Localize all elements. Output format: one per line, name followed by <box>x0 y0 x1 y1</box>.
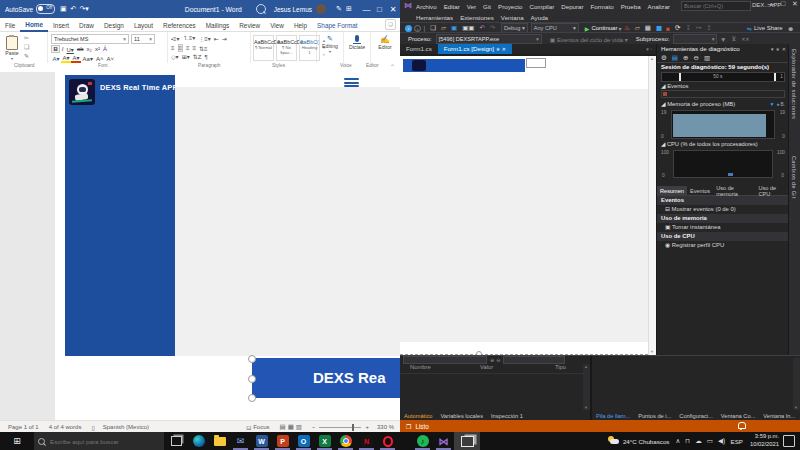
taskbar-app-powerpoint[interactable]: P <box>272 432 293 450</box>
style-normal[interactable]: AaBbCcDc ¶ Normal <box>253 35 274 61</box>
events-section-header[interactable]: ◢ Eventos <box>661 83 688 89</box>
taskbar-app-explorer[interactable] <box>209 432 230 450</box>
solution-explorer-tab[interactable]: Explorador de soluciones <box>791 49 797 119</box>
taskbar-app-spotify[interactable]: ♪ <box>412 432 433 450</box>
process-dropdown[interactable]: [5496] DEXSRTAPP.exe ▾ <box>436 34 542 44</box>
folder-icon[interactable]: ▱ <box>635 24 640 32</box>
taskbar-search-input[interactable] <box>48 437 162 446</box>
form-background[interactable] <box>400 89 648 342</box>
menu-compilar[interactable]: Compilar <box>529 3 554 10</box>
volume-icon[interactable]: ◀) <box>718 437 725 445</box>
weather-text[interactable]: 24°C Chubascos <box>623 438 670 445</box>
report-icon[interactable]: ▥ <box>704 54 710 62</box>
tab-form1-design[interactable]: Form1.cs [Design] ∗ ✕ <box>438 44 512 54</box>
notification-bell-icon[interactable] <box>737 422 745 430</box>
scroll-up-icon[interactable]: ▲ <box>650 56 654 61</box>
save-icon[interactable]: ▣ <box>451 24 457 32</box>
undo-icon[interactable]: ↶ <box>479 24 484 32</box>
tab-draw[interactable]: Draw <box>74 19 99 31</box>
close-tab-icon[interactable]: ✕ <box>502 46 506 52</box>
git-changes-tab[interactable]: Cambios de Git <box>791 156 797 199</box>
save-all-icon[interactable]: ▣▣ <box>462 24 474 32</box>
minimize-button[interactable]: — <box>360 5 373 14</box>
grow-font-button[interactable]: A˄ <box>94 56 105 62</box>
menu-analizar[interactable]: Analizar <box>648 3 670 10</box>
ink-icon[interactable]: ✎ <box>334 5 344 13</box>
page-indicator[interactable]: Page 1 of 1 <box>8 424 39 430</box>
menu-prueba[interactable]: Prueba <box>621 3 641 10</box>
multilevel-list-icon[interactable]: ⋮≡▾ <box>198 35 211 42</box>
shrink-font-button[interactable]: A˅ <box>105 56 116 62</box>
column-nombre[interactable]: Nombre <box>410 364 431 370</box>
zoom-out-icon[interactable]: ⊖ <box>693 54 698 62</box>
phonetic-button[interactable]: A̓ <box>101 46 108 52</box>
taskbar-app-mail[interactable]: ✉ <box>230 432 251 450</box>
autos-search-box[interactable] <box>403 356 487 364</box>
numbering-icon[interactable]: ⒈≡▾ <box>183 34 196 43</box>
record-cpu-link[interactable]: ◉ Registrar perfil CPU <box>657 241 789 250</box>
style-no-spacing[interactable]: AaBbCcDc ¶ No Spac... <box>276 35 297 61</box>
collapse-ribbon-icon[interactable]: ⌃ <box>390 63 395 70</box>
taskbar-app-word[interactable]: W <box>251 432 272 450</box>
tab-puntos-interrupcion[interactable]: Puntos de i... <box>634 411 675 421</box>
undo-icon[interactable]: ↶ <box>68 5 78 13</box>
share-icon[interactable]: ❏ <box>385 19 396 30</box>
show-events-link[interactable]: ⊟ Mostrar eventos (0 de 0) <box>657 205 789 214</box>
form-header-panel[interactable] <box>403 59 525 72</box>
redo-icon[interactable]: ↷▾ <box>78 5 90 13</box>
onedrive-cloud-icon[interactable]: ☁ <box>695 437 702 445</box>
designer-scrollbar[interactable]: ▲ ▼ <box>648 56 656 355</box>
strikethrough-button[interactable]: ab <box>75 46 85 52</box>
text-effects-button[interactable]: A▾ <box>51 55 61 62</box>
tab-insert[interactable]: Insert <box>48 19 74 31</box>
sort-icon[interactable]: ⇅Z <box>193 53 202 60</box>
format-painter-icon[interactable]: ✎ <box>24 52 42 61</box>
cut-icon[interactable]: ✂ <box>24 34 42 43</box>
tab-resumen[interactable]: Resumen <box>657 186 687 196</box>
highlight-button[interactable]: A▾ <box>61 54 71 63</box>
save-icon[interactable]: ▣ <box>58 5 68 13</box>
font-name-combo[interactable]: Trebuchet MS ▾ <box>51 34 129 44</box>
taskbar-app-opera[interactable] <box>377 432 398 450</box>
open-folder-icon[interactable]: ▱ <box>441 24 446 32</box>
close-button[interactable]: ✕ <box>386 5 400 14</box>
zoom-level[interactable]: 330 % <box>377 424 394 430</box>
take-snapshot-link[interactable]: ▣ Tomar instantánea <box>657 223 789 232</box>
memory-section-header[interactable]: ◢ Memoria de proceso (MB) ▼ ● B. <box>661 101 785 107</box>
tab-home[interactable]: Home <box>20 18 48 32</box>
column-tipo[interactable]: Tipo <box>555 364 566 370</box>
tab-form1-cs[interactable]: Form1.cs <box>400 44 438 54</box>
line-spacing-icon[interactable]: ⇅≡ <box>199 45 208 52</box>
pin-icon[interactable]: ∗ <box>496 46 500 52</box>
menu-ayuda[interactable]: Ayuda <box>531 14 548 21</box>
menu-git[interactable]: Git <box>483 3 491 10</box>
tab-layout[interactable]: Layout <box>129 19 158 31</box>
zoom-out-button[interactable]: − <box>312 424 316 430</box>
dictate-button[interactable]: Dictate <box>344 32 371 63</box>
borders-icon[interactable]: ⊞▾ <box>182 53 190 60</box>
tab-list-dropdown-icon[interactable]: ▾ ◦ <box>646 44 652 54</box>
autos-scrollbar[interactable]: ▲ ▼ <box>583 364 590 410</box>
navigate-forward-icon[interactable]: › <box>414 25 421 32</box>
shape-handle-top-left[interactable] <box>248 355 256 363</box>
tab-configuracion[interactable]: Configuraci... <box>675 411 717 421</box>
tab-automatico[interactable]: Automático <box>400 411 436 421</box>
diagnostics-header[interactable]: Herramientas de diagnóstico ▾ ∗ ✕ <box>657 44 789 53</box>
zoom-in-icon[interactable]: ⊕ <box>683 54 688 62</box>
tab-inspeccion[interactable]: Inspección 1 <box>487 411 527 421</box>
continue-icon[interactable]: ▶ <box>585 25 590 32</box>
bullets-icon[interactable]: •≡▾ <box>171 35 180 42</box>
tab-mailings[interactable]: Mailings <box>201 19 234 31</box>
word-count[interactable]: 4 of 4 words <box>49 424 82 430</box>
shape-handle-bottom-left[interactable] <box>248 394 256 402</box>
settings-gear-icon[interactable]: ⚙ <box>661 54 667 62</box>
tray-expand-icon[interactable]: ∧ <box>675 437 680 445</box>
justify-icon[interactable]: ≡ <box>193 45 197 51</box>
timeline-marker-start[interactable] <box>679 73 681 81</box>
user-name[interactable]: Jesus Lemus <box>274 6 312 13</box>
memory-filter-icon[interactable]: ▼ <box>769 101 774 107</box>
maximize-button[interactable]: □ <box>373 5 386 14</box>
start-button[interactable]: ⊞ <box>0 432 34 450</box>
step-over-icon[interactable]: ↦ <box>696 24 701 32</box>
break-all-icon[interactable]: ▮▮ <box>656 24 661 32</box>
